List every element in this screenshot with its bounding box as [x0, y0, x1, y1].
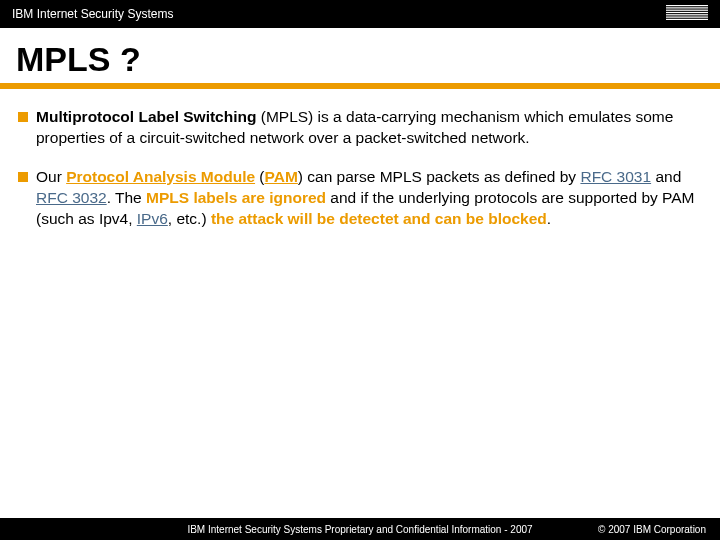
rfc-3031-link[interactable]: RFC 3031 [580, 168, 651, 185]
svg-rect-5 [666, 16, 708, 17]
attack-blocked: the attack will be detectet and can be b… [211, 210, 547, 227]
rfc-3032-link[interactable]: RFC 3032 [36, 189, 107, 206]
bullet-marker-icon [18, 172, 28, 182]
svg-rect-1 [666, 7, 708, 8]
mpls-ignored: MPLS labels are ignored [146, 189, 326, 206]
b1-strong: Multiprotocol Label Switching [36, 108, 256, 125]
footer-copyright: © 2007 IBM Corporation [598, 524, 706, 535]
svg-rect-3 [666, 11, 708, 12]
ipv6-link[interactable]: IPv6 [137, 210, 168, 227]
b2-t4: and [651, 168, 681, 185]
pam-short-link[interactable]: PAM [265, 168, 298, 185]
svg-rect-2 [666, 9, 708, 10]
b2-t7: , etc.) [168, 210, 211, 227]
svg-rect-0 [666, 5, 708, 6]
bullet-1-text: Multiprotocol Label Switching (MPLS) is … [36, 107, 700, 149]
svg-rect-6 [666, 18, 708, 19]
bullet-marker-icon [18, 112, 28, 122]
ibm-logo [666, 5, 708, 24]
bullet-2: Our Protocol Analysis Module (PAM) can p… [18, 167, 700, 230]
svg-rect-4 [666, 14, 708, 15]
bullet-2-text: Our Protocol Analysis Module (PAM) can p… [36, 167, 700, 230]
b2-t3: ) can parse MPLS packets as defined by [298, 168, 581, 185]
slide-content: Multiprotocol Label Switching (MPLS) is … [0, 89, 720, 230]
b2-t2: ( [255, 168, 264, 185]
pam-link[interactable]: Protocol Analysis Module [66, 168, 255, 185]
b2-t8: . [547, 210, 551, 227]
header-bar: IBM Internet Security Systems [0, 0, 720, 28]
bullet-1: Multiprotocol Label Switching (MPLS) is … [18, 107, 700, 149]
b2-t5: . The [107, 189, 146, 206]
slide-title: MPLS ? [0, 28, 720, 83]
footer-bar: IBM Internet Security Systems Proprietar… [0, 518, 720, 540]
header-brand: IBM Internet Security Systems [12, 7, 173, 21]
b2-t1: Our [36, 168, 66, 185]
